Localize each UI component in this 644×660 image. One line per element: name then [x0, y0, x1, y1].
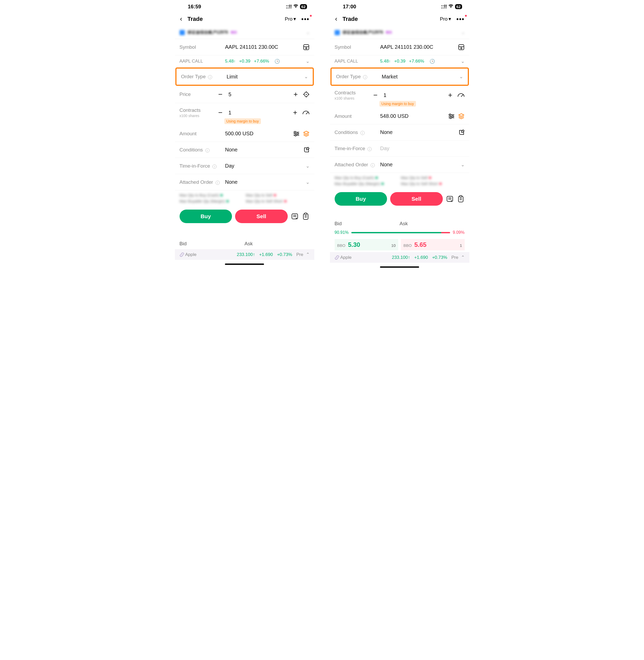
symbol-value[interactable]: AAPL 241101 230.00C	[380, 44, 455, 50]
amount-layers-icon[interactable]	[303, 130, 309, 137]
bidask-header: Bid Ask	[330, 215, 469, 229]
order-list-icon[interactable]	[291, 212, 299, 220]
caret-down-icon: ▾	[294, 16, 296, 22]
sell-button[interactable]: Sell	[390, 192, 443, 206]
ticker-link[interactable]: Apple	[335, 255, 351, 260]
svg-rect-24	[459, 46, 464, 47]
order-type-row[interactable]: Order Type i Limit ⌄	[177, 69, 313, 85]
contracts-increment[interactable]: +	[291, 108, 300, 117]
order-list-icon[interactable]	[446, 195, 454, 203]
nav-bar: ‹ Trade Pro▾ •••	[175, 12, 314, 27]
status-bar: 16:59 ::!! 62	[175, 0, 314, 12]
contracts-decrement[interactable]: −	[371, 91, 380, 99]
conditions-row[interactable]: Conditions i None	[330, 124, 469, 140]
conditions-label: Conditions i	[335, 130, 380, 135]
account-selector[interactable]: 保证金综合账户12976 模拟 ⌄	[330, 27, 469, 39]
home-indicator	[225, 264, 264, 265]
margin-badge: Using margin to buy	[380, 101, 416, 107]
symbol-picker-icon[interactable]	[303, 44, 309, 50]
back-button[interactable]: ‹	[335, 15, 338, 23]
account-badge: 模拟	[386, 30, 392, 35]
info-icon[interactable]: i	[363, 75, 367, 79]
more-button[interactable]: •••	[456, 15, 464, 23]
bottom-ticker[interactable]: Apple 233.100↑ +1.690 +0.73% Pre ⌃	[330, 252, 469, 263]
symbol-value[interactable]: AAPL 241101 230.00C	[225, 44, 300, 50]
info-icon[interactable]: i	[361, 131, 365, 135]
info-icon[interactable]: i	[371, 163, 375, 167]
info-icon[interactable]: i	[205, 148, 210, 153]
buy-button[interactable]: Buy	[335, 192, 387, 206]
price-decrement[interactable]: −	[216, 90, 225, 99]
back-button[interactable]: ‹	[180, 15, 182, 23]
tif-value: Day	[225, 163, 306, 169]
attached-label: Attached Order i	[180, 179, 225, 185]
svg-point-25	[461, 47, 462, 49]
amount-label: Amount	[180, 131, 225, 137]
order-type-row[interactable]: Order Type i Market ⌄	[331, 69, 468, 85]
svg-point-4	[306, 94, 307, 95]
price-increment[interactable]: +	[291, 90, 300, 99]
bbo-ask-box[interactable]: BBO 5.65 1	[401, 239, 465, 250]
battery-icon: 62	[300, 4, 307, 9]
chevron-down-icon: ⌄	[461, 162, 465, 167]
mode-toggle[interactable]: Pro▾	[440, 16, 452, 22]
svg-point-11	[294, 131, 296, 133]
symbol-label: Symbol	[180, 44, 225, 50]
edit-icon[interactable]	[458, 129, 465, 136]
sell-button[interactable]: Sell	[235, 210, 288, 223]
status-bar: 17:00 ::!! 62	[330, 0, 469, 12]
chevron-up-icon[interactable]: ⌃	[306, 252, 309, 257]
contracts-speed-icon[interactable]	[302, 110, 309, 115]
mode-toggle[interactable]: Pro▾	[285, 16, 296, 22]
contracts-input[interactable]: 1	[225, 110, 291, 116]
tif-label: Time-in-Force i	[335, 146, 380, 152]
tif-row[interactable]: Time-in-Force i Day ⌄	[175, 158, 314, 174]
action-bar: Buy Sell	[330, 188, 469, 210]
clock-icon: 🕓	[430, 59, 435, 64]
bidask-ratio: 90.91% 9.09%	[330, 229, 469, 237]
clipboard-icon[interactable]	[302, 212, 309, 220]
chevron-down-icon[interactable]: ⌄	[306, 59, 309, 64]
contracts-input[interactable]: 1	[380, 92, 446, 98]
chevron-down-icon: ⌄	[304, 74, 308, 79]
ticker-link[interactable]: Apple	[180, 252, 197, 257]
account-selector[interactable]: 保证金综合账户12976 模拟 ⌄	[175, 27, 314, 39]
svg-point-13	[297, 133, 298, 135]
quote-row[interactable]: AAPL CALL 5.48↑ +0.39 +7.66% 🕓 ⌄	[175, 55, 314, 68]
chevron-down-icon: ⌄	[306, 179, 309, 185]
quote-row[interactable]: AAPL CALL 5.48↑ +0.39 +7.66% 🕓 ⌄	[330, 55, 469, 68]
order-type-label: Order Type i	[181, 74, 227, 79]
info-icon[interactable]: i	[212, 164, 216, 169]
price-target-icon[interactable]	[303, 91, 309, 98]
buy-button[interactable]: Buy	[180, 210, 232, 223]
wifi-icon	[293, 4, 298, 10]
clipboard-icon[interactable]	[457, 195, 465, 203]
info-icon[interactable]: i	[215, 181, 220, 185]
contracts-speed-icon[interactable]	[457, 93, 465, 98]
attached-value: None	[225, 179, 306, 185]
order-type-value: Limit	[227, 74, 304, 80]
conditions-row[interactable]: Conditions i None	[175, 142, 314, 158]
page-title: Trade	[187, 16, 285, 22]
info-icon[interactable]: i	[367, 147, 372, 151]
svg-point-2	[305, 47, 307, 49]
info-icon[interactable]: i	[208, 75, 212, 79]
bbo-bid-box[interactable]: BBO 5.30 10	[335, 239, 398, 250]
attached-row[interactable]: Attached Order i None ⌄	[330, 157, 469, 173]
contracts-decrement[interactable]: −	[216, 108, 225, 117]
amount-settings-icon[interactable]	[448, 113, 455, 119]
quote-label: AAPL CALL	[180, 59, 225, 64]
chevron-down-icon[interactable]: ⌄	[461, 59, 465, 64]
price-input[interactable]: 5	[225, 91, 291, 97]
status-time: 17:00	[343, 4, 356, 10]
more-button[interactable]: •••	[301, 15, 309, 23]
symbol-picker-icon[interactable]	[458, 44, 465, 50]
attached-row[interactable]: Attached Order i None ⌄	[175, 174, 314, 190]
quote-pct: +7.66%	[409, 59, 424, 64]
bottom-ticker[interactable]: Apple 233.100↑ +1.690 +0.73% Pre ⌃	[175, 249, 314, 260]
chevron-up-icon[interactable]: ⌃	[461, 255, 465, 260]
edit-icon[interactable]	[303, 147, 309, 153]
amount-settings-icon[interactable]	[293, 131, 300, 137]
amount-layers-icon[interactable]	[458, 113, 465, 120]
contracts-increment[interactable]: +	[446, 91, 455, 99]
